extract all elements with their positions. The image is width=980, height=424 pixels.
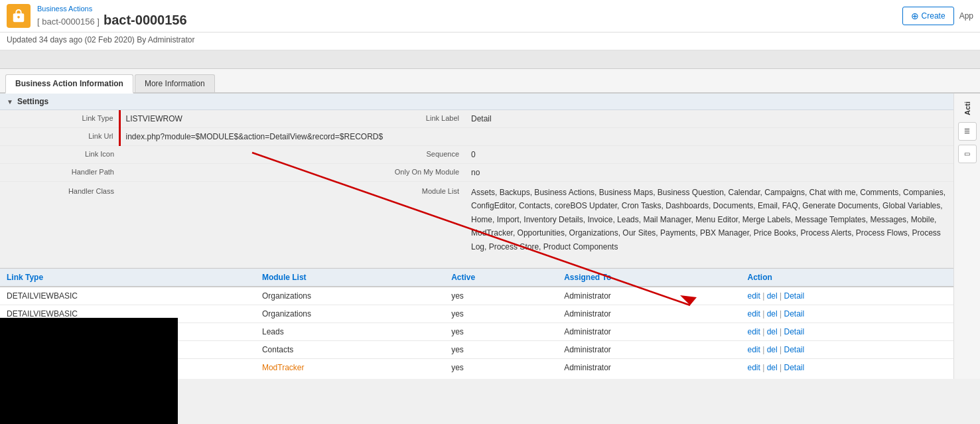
cell-action: edit | del | Detail [741, 287, 954, 305]
section-title: Settings [17, 97, 48, 106]
col-link-type[interactable]: Link Type [0, 269, 255, 287]
table-row: Link Url index.php?module=$MODULE$&actio… [0, 128, 953, 146]
cell-action: edit | del | Detail [741, 359, 954, 377]
table-row: Handler Path Only On My Module no [0, 164, 953, 182]
del-link[interactable]: del [767, 309, 778, 318]
breadcrumb: Business Actions [37, 5, 187, 13]
tab-business-action-info[interactable]: Business Action Information [5, 74, 133, 94]
cell-assigned-to: Administrator [557, 341, 740, 359]
header-right: ⊕ Create App [902, 7, 973, 25]
lock-icon [11, 9, 26, 23]
section-header-settings: ▼ Settings [0, 94, 953, 110]
cell-module-list: Leads [255, 323, 445, 341]
col-module-list[interactable]: Module List [255, 269, 445, 287]
col-action[interactable]: Action [741, 269, 954, 287]
link-icon-label: Link Icon [0, 146, 119, 164]
table-header-row: Link Type Module List Active Assigned To… [0, 269, 953, 287]
sequence-value: 0 [464, 146, 953, 164]
record-id: [ bact-0000156 ] [37, 17, 100, 27]
cell-module-list: Contacts [255, 341, 445, 359]
sidebar-btn-2[interactable]: ▭ [958, 145, 977, 163]
collapse-arrow[interactable]: ▼ [7, 98, 13, 106]
edit-link[interactable]: edit [748, 345, 760, 354]
handler-class-value [119, 182, 345, 268]
page-wrapper: Business Actions [ bact-0000156 ] bact-0… [0, 0, 980, 424]
edit-link[interactable]: edit [748, 363, 760, 372]
del-link[interactable]: del [767, 327, 778, 336]
right-sidebar: Acti ☰ ▭ [953, 94, 980, 379]
cell-link-type: DETAILVIEWBASIC [0, 287, 255, 305]
black-overlay [0, 318, 178, 424]
detail-link[interactable]: Detail [784, 345, 804, 354]
table-row: Link Type LISTVIEWROW Link Label Detail [0, 110, 953, 128]
cell-module-list: ModTracker [255, 359, 445, 377]
handler-path-value [119, 164, 345, 182]
cell-assigned-to: Administrator [557, 323, 740, 341]
link-type-label: Link Type [0, 110, 119, 128]
link-icon-value [119, 146, 345, 164]
detail-link[interactable]: Detail [784, 327, 804, 336]
link-type-value: LISTVIEWROW [119, 110, 345, 128]
sequence-label: Sequence [345, 146, 464, 164]
cell-module-list: Organizations [255, 287, 445, 305]
breadcrumb-link[interactable]: Business Actions [37, 5, 92, 13]
sidebar-title: Acti [963, 99, 971, 118]
only-my-module-label: Only On My Module [345, 164, 464, 182]
page-title: bact-0000156 [104, 13, 187, 28]
header-info: Business Actions [ bact-0000156 ] bact-0… [37, 5, 187, 28]
cell-assigned-to: Administrator [557, 305, 740, 323]
cell-active: yes [445, 305, 557, 323]
only-my-module-value: no [464, 164, 953, 182]
subtitle: Updated 34 days ago (02 Feb 2020) By Adm… [0, 33, 980, 50]
settings-section: ▼ Settings Link Type LISTVIEWROW Link La… [0, 94, 953, 268]
handler-class-label: Handler Class [0, 182, 119, 268]
detail-link[interactable]: Detail [784, 363, 804, 372]
col-active[interactable]: Active [445, 269, 557, 287]
detail-link[interactable]: Detail [784, 309, 804, 318]
link-label-value: Detail [464, 110, 953, 128]
del-link[interactable]: del [767, 363, 778, 372]
module-list-value: Assets, Backups, Business Actions, Busin… [464, 182, 953, 268]
del-link[interactable]: del [767, 291, 778, 301]
cell-module-list: Organizations [255, 305, 445, 323]
cell-assigned-to: Administrator [557, 359, 740, 377]
settings-table: Link Type LISTVIEWROW Link Label Detail … [0, 110, 953, 268]
header: Business Actions [ bact-0000156 ] bact-0… [0, 0, 980, 33]
cell-active: yes [445, 359, 557, 377]
create-label: Create [922, 11, 945, 21]
tabs: Business Action Information More Informa… [0, 69, 980, 94]
header-left: Business Actions [ bact-0000156 ] bact-0… [7, 4, 187, 28]
link-url-label: Link Url [0, 128, 119, 146]
app-label: App [959, 11, 973, 21]
cell-action: edit | del | Detail [741, 341, 954, 359]
cell-active: yes [445, 287, 557, 305]
cell-action: edit | del | Detail [741, 305, 954, 323]
table-row: Link Icon Sequence 0 [0, 146, 953, 164]
cell-active: yes [445, 341, 557, 359]
link-label-label: Link Label [345, 110, 464, 128]
module-icon [7, 4, 31, 28]
edit-link[interactable]: edit [748, 309, 760, 318]
edit-link[interactable]: edit [748, 327, 760, 336]
plus-icon: ⊕ [911, 11, 919, 21]
toolbar-area [0, 50, 980, 69]
col-assigned-to[interactable]: Assigned To [557, 269, 740, 287]
cell-active: yes [445, 323, 557, 341]
table-row: Handler Class Module List Assets, Backup… [0, 182, 953, 268]
detail-link[interactable]: Detail [784, 291, 804, 301]
tab-more-information[interactable]: More Information [135, 74, 215, 92]
cell-assigned-to: Administrator [557, 287, 740, 305]
link-url-value: index.php?module=$MODULE$&action=DetailV… [119, 128, 953, 146]
module-list-label: Module List [345, 182, 464, 268]
cell-action: edit | del | Detail [741, 323, 954, 341]
table-row: DETAILVIEWBASIC Organizations yes Admini… [0, 287, 953, 305]
create-button[interactable]: ⊕ Create [902, 7, 954, 25]
del-link[interactable]: del [767, 345, 778, 354]
handler-path-label: Handler Path [0, 164, 119, 182]
sidebar-btn-1[interactable]: ☰ [958, 122, 977, 141]
edit-link[interactable]: edit [748, 291, 760, 301]
